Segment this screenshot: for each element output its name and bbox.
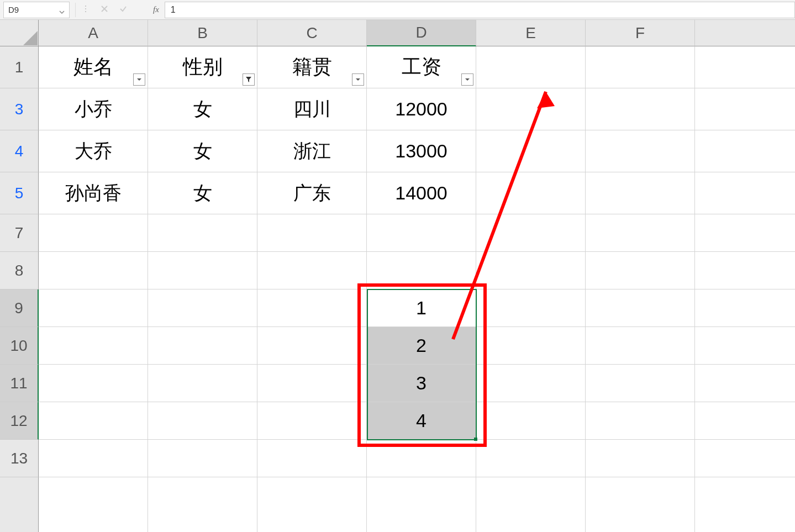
- cell-A7[interactable]: [39, 214, 148, 252]
- cell-D9[interactable]: 1: [367, 289, 476, 327]
- col-header-F[interactable]: F: [586, 20, 695, 46]
- cell-C5[interactable]: 广东: [257, 172, 367, 214]
- cell-G11[interactable]: [695, 365, 795, 402]
- row-header-10[interactable]: 10: [0, 327, 39, 365]
- cell-B7[interactable]: [148, 214, 257, 252]
- cell-E10[interactable]: [476, 327, 586, 365]
- cell-blank[interactable]: [148, 477, 257, 532]
- cell-D8[interactable]: [367, 252, 476, 289]
- cell-blank[interactable]: [695, 477, 795, 532]
- cell-F12[interactable]: [586, 402, 695, 440]
- cell-B4[interactable]: 女: [148, 130, 257, 172]
- cell-B13[interactable]: [148, 440, 257, 477]
- cell-A13[interactable]: [39, 440, 148, 477]
- cell-blank[interactable]: [367, 477, 476, 532]
- cell-B12[interactable]: [148, 402, 257, 440]
- cell-B9[interactable]: [148, 289, 257, 327]
- cell-G7[interactable]: [695, 214, 795, 252]
- formula-input[interactable]: 1: [165, 2, 795, 18]
- cell-C10[interactable]: [257, 327, 367, 365]
- cell-D3[interactable]: 12000: [367, 88, 476, 130]
- cell-F7[interactable]: [586, 214, 695, 252]
- dropdown-icon[interactable]: [59, 7, 65, 13]
- cell-B8[interactable]: [148, 252, 257, 289]
- cell-F9[interactable]: [586, 289, 695, 327]
- cell-G3[interactable]: [695, 88, 795, 130]
- cell-E5[interactable]: [476, 172, 586, 214]
- cell-B5[interactable]: 女: [148, 172, 257, 214]
- cell-G12[interactable]: [695, 402, 795, 440]
- cell-G4[interactable]: [695, 130, 795, 172]
- row-header-12[interactable]: 12: [0, 402, 39, 440]
- cell-G10[interactable]: [695, 327, 795, 365]
- fx-label[interactable]: fx: [153, 5, 159, 14]
- cell-A3[interactable]: 小乔: [39, 88, 148, 130]
- cell-F11[interactable]: [586, 365, 695, 402]
- cell-E4[interactable]: [476, 130, 586, 172]
- cell-E12[interactable]: [476, 402, 586, 440]
- cell-blank[interactable]: [476, 477, 586, 532]
- cell-B11[interactable]: [148, 365, 257, 402]
- filter-dropdown-icon[interactable]: [133, 73, 145, 86]
- cell-D12[interactable]: 4: [367, 402, 476, 440]
- row-header-3[interactable]: 3: [0, 88, 39, 130]
- filter-active-icon[interactable]: [243, 73, 255, 86]
- col-header-C[interactable]: C: [257, 20, 367, 46]
- row-header-13[interactable]: 13: [0, 440, 39, 477]
- cell-F10[interactable]: [586, 327, 695, 365]
- cell-D4[interactable]: 13000: [367, 130, 476, 172]
- cell-G13[interactable]: [695, 440, 795, 477]
- col-header-D[interactable]: D: [367, 20, 476, 46]
- col-header-A[interactable]: A: [39, 20, 148, 46]
- row-header-1[interactable]: 1: [0, 46, 39, 88]
- row-header-9[interactable]: 9: [0, 289, 39, 327]
- cell-C3[interactable]: 四川: [257, 88, 367, 130]
- cell-F5[interactable]: [586, 172, 695, 214]
- cell-E13[interactable]: [476, 440, 586, 477]
- col-header-E[interactable]: E: [476, 20, 586, 46]
- cell-E7[interactable]: [476, 214, 586, 252]
- cell-D5[interactable]: 14000: [367, 172, 476, 214]
- cancel-icon[interactable]: [100, 4, 109, 15]
- cell-F3[interactable]: [586, 88, 695, 130]
- row-header-5[interactable]: 5: [0, 172, 39, 214]
- cell-C9[interactable]: [257, 289, 367, 327]
- cell-D1[interactable]: 工资: [367, 46, 476, 88]
- cell-E11[interactable]: [476, 365, 586, 402]
- filter-dropdown-icon[interactable]: [461, 73, 473, 86]
- cell-A1[interactable]: 姓名: [39, 46, 148, 88]
- select-all-corner[interactable]: [0, 20, 39, 46]
- cell-E3[interactable]: [476, 88, 586, 130]
- col-header-B[interactable]: B: [148, 20, 257, 46]
- accept-icon[interactable]: [119, 4, 128, 15]
- cell-G1[interactable]: [695, 46, 795, 88]
- cell-B3[interactable]: 女: [148, 88, 257, 130]
- cell-blank[interactable]: [39, 477, 148, 532]
- cell-D11[interactable]: 3: [367, 365, 476, 402]
- cell-D10[interactable]: 2: [367, 327, 476, 365]
- cell-F4[interactable]: [586, 130, 695, 172]
- cell-A12[interactable]: [39, 402, 148, 440]
- row-header-11[interactable]: 11: [0, 365, 39, 402]
- cell-C7[interactable]: [257, 214, 367, 252]
- cell-blank[interactable]: [257, 477, 367, 532]
- cell-A10[interactable]: [39, 327, 148, 365]
- cell-D13[interactable]: [367, 440, 476, 477]
- cell-A4[interactable]: 大乔: [39, 130, 148, 172]
- cell-G9[interactable]: [695, 289, 795, 327]
- cell-A5[interactable]: 孙尚香: [39, 172, 148, 214]
- cell-E8[interactable]: [476, 252, 586, 289]
- row-header-7[interactable]: 7: [0, 214, 39, 252]
- cell-B10[interactable]: [148, 327, 257, 365]
- cell-A11[interactable]: [39, 365, 148, 402]
- cell-E1[interactable]: [476, 46, 586, 88]
- cell-C1[interactable]: 籍贯: [257, 46, 367, 88]
- cell-A9[interactable]: [39, 289, 148, 327]
- row-header-4[interactable]: 4: [0, 130, 39, 172]
- col-header-G[interactable]: [695, 20, 795, 46]
- cell-F13[interactable]: [586, 440, 695, 477]
- filter-dropdown-icon[interactable]: [352, 73, 364, 86]
- row-header-8[interactable]: 8: [0, 252, 39, 289]
- cell-F8[interactable]: [586, 252, 695, 289]
- cell-F1[interactable]: [586, 46, 695, 88]
